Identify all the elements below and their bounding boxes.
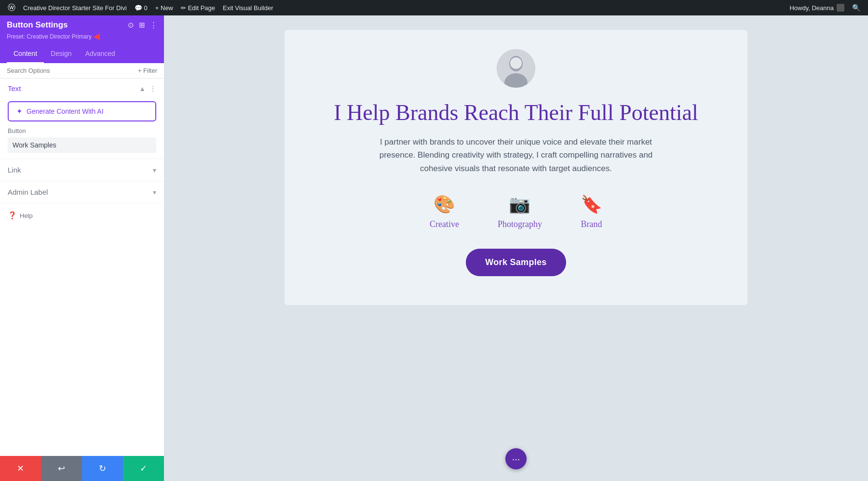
panel-icon-more[interactable]: ⋮ <box>150 21 157 29</box>
icon-item-creative: 🎨 Creative <box>430 194 459 229</box>
admin-label-section[interactable]: Admin Label ▾ <box>0 181 164 203</box>
panel-header: Button Settings ⊙ ⊞ ⋮ Preset: Creative D… <box>0 15 164 45</box>
canvas-area: I Help Brands Reach Their Full Potential… <box>164 15 868 481</box>
icons-row: 🎨 Creative 📷 Photography 🔖 Brand <box>430 194 602 229</box>
filter-button[interactable]: + Filter <box>138 67 157 74</box>
comments-icon: 💬 <box>135 4 142 12</box>
fab-button[interactable]: ··· <box>505 448 527 469</box>
admin-label-section-title: Admin Label <box>8 188 48 196</box>
preset-label: Preset: Creative Director Primary <box>7 33 92 40</box>
preset-arrow: ◀ <box>94 32 99 41</box>
comments-count: 0 <box>144 4 148 12</box>
photography-icon: 📷 <box>509 194 530 214</box>
admin-exit-builder[interactable]: Exit Visual Builder <box>219 0 277 15</box>
text-section-header[interactable]: Text ▲ ⋮ <box>0 79 164 98</box>
panel-tabs: Content Design Advanced <box>0 45 164 63</box>
cta-label: Work Samples <box>485 257 546 267</box>
cancel-icon: ✕ <box>17 463 24 474</box>
icon-item-brand: 🔖 Brand <box>581 194 602 229</box>
button-text-input[interactable] <box>8 137 156 153</box>
redo-button[interactable]: ↻ <box>82 456 123 481</box>
confirm-button[interactable]: ✓ <box>123 456 164 481</box>
brand-label: Brand <box>581 219 602 229</box>
link-section-arrow: ▾ <box>153 166 156 174</box>
ai-button-label: Generate Content With AI <box>27 107 104 115</box>
admin-comments[interactable]: 💬 0 <box>131 0 151 15</box>
fab-icon: ··· <box>512 454 520 465</box>
howdy-text: Howdy, Deanna <box>789 4 834 12</box>
page-card: I Help Brands Reach Their Full Potential… <box>285 30 747 305</box>
panel-search-bar: + Filter <box>0 63 164 79</box>
site-name-text: Creative Director Starter Site For Divi <box>23 4 127 12</box>
panel-bottom-bar: ✕ ↩ ↻ ✓ <box>0 456 164 481</box>
new-label: + New <box>155 4 173 12</box>
icon-item-photography: 📷 Photography <box>498 194 542 229</box>
button-field-group: Button <box>0 127 164 159</box>
redo-icon: ↻ <box>99 463 106 474</box>
admin-site-name[interactable]: Creative Director Starter Site For Divi <box>19 0 131 15</box>
cta-work-samples-button[interactable]: Work Samples <box>466 249 566 276</box>
panel-title: Button Settings <box>7 20 68 30</box>
brand-icon: 🔖 <box>581 194 602 214</box>
wp-icon: ⓦ <box>8 3 15 13</box>
admin-search-icon[interactable]: 🔍 <box>848 4 864 12</box>
creative-icon: 🎨 <box>434 194 455 214</box>
creative-label: Creative <box>430 219 459 229</box>
text-section: Text ▲ ⋮ ✦ Generate Content With AI Butt… <box>0 79 164 159</box>
admin-new[interactable]: + New <box>151 0 177 15</box>
panel-preset[interactable]: Preset: Creative Director Primary ◀ <box>7 32 157 41</box>
panel-icon-viewfinder[interactable]: ⊙ <box>128 21 134 29</box>
confirm-icon: ✓ <box>140 463 147 474</box>
tab-content[interactable]: Content <box>7 45 44 63</box>
panel-header-icons: ⊙ ⊞ ⋮ <box>128 21 157 29</box>
photography-label: Photography <box>498 219 542 229</box>
cancel-button[interactable]: ✕ <box>0 456 41 481</box>
avatar <box>497 49 535 88</box>
help-icon: ❓ <box>8 211 17 220</box>
text-section-title: Text <box>8 84 21 93</box>
hero-subtitle: I partner with brands to uncover their u… <box>366 135 665 175</box>
help-section[interactable]: ❓ Help <box>0 203 164 227</box>
collapse-icon[interactable]: ▲ <box>139 85 146 93</box>
help-label: Help <box>20 212 33 219</box>
wp-admin-bar: ⓦ Creative Director Starter Site For Div… <box>0 0 868 15</box>
link-section[interactable]: Link ▾ <box>0 159 164 181</box>
admin-label-arrow: ▾ <box>153 188 156 196</box>
text-section-controls: ▲ ⋮ <box>139 85 156 93</box>
more-icon[interactable]: ⋮ <box>149 85 156 93</box>
undo-button[interactable]: ↩ <box>41 456 82 481</box>
button-field-label: Button <box>8 127 156 134</box>
search-input[interactable] <box>7 67 135 74</box>
generate-ai-button[interactable]: ✦ Generate Content With AI <box>8 101 156 121</box>
ai-icon: ✦ <box>16 107 23 116</box>
admin-edit-page[interactable]: ✏ Edit Page <box>177 0 219 15</box>
svg-point-3 <box>510 57 522 69</box>
admin-avatar <box>837 4 844 12</box>
admin-howdy: Howdy, Deanna <box>786 4 848 12</box>
undo-icon: ↩ <box>58 463 65 474</box>
edit-page-label: ✏ Edit Page <box>181 4 215 12</box>
panel-icon-columns[interactable]: ⊞ <box>139 21 145 29</box>
wp-logo[interactable]: ⓦ <box>4 0 19 15</box>
left-panel: Button Settings ⊙ ⊞ ⋮ Preset: Creative D… <box>0 15 164 481</box>
exit-builder-label: Exit Visual Builder <box>223 4 273 12</box>
tab-design[interactable]: Design <box>44 45 79 63</box>
tab-advanced[interactable]: Advanced <box>79 45 122 63</box>
hero-title: I Help Brands Reach Their Full Potential <box>334 99 698 126</box>
link-section-title: Link <box>8 166 21 174</box>
